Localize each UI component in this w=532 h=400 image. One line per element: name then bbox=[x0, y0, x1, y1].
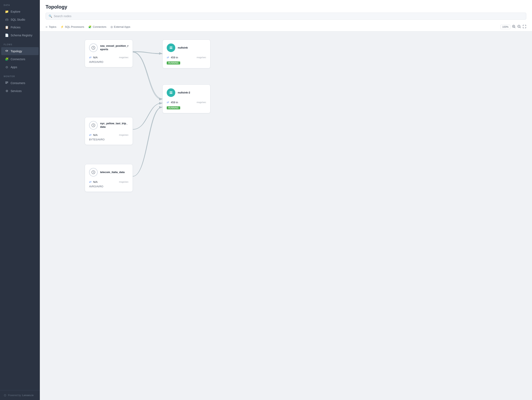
footer-text: Powered by: Lenses.io bbox=[8, 394, 33, 397]
filter-topics[interactable]: ⊂ Topics bbox=[45, 25, 56, 29]
node-telecom-title: telecom_italia_data bbox=[100, 171, 125, 174]
connector-icon-nullsink2 bbox=[167, 88, 175, 97]
sidebar-item-label: Consumers bbox=[11, 81, 25, 85]
svg-rect-9 bbox=[171, 47, 172, 48]
node-telecom-header: telecom_italia_data bbox=[89, 168, 128, 177]
connector-icon-nullsink bbox=[167, 43, 175, 52]
svg-rect-11 bbox=[171, 48, 172, 49]
toolbar: ⊂ Topics ⚡ SQL Processors 🧩 Connectors ◎… bbox=[45, 22, 526, 31]
zoom-out-button[interactable] bbox=[517, 25, 521, 29]
sidebar-item-connectors[interactable]: 🧩 Connectors bbox=[1, 55, 39, 63]
toolbar-zoom-controls: 100% bbox=[500, 25, 526, 29]
node-nullsink-unit: msgs/sec bbox=[197, 56, 206, 59]
sidebar-item-topology[interactable]: Topology bbox=[1, 47, 39, 55]
apps-filter-icon: ◎ bbox=[111, 25, 113, 28]
fullscreen-button[interactable] bbox=[523, 25, 526, 29]
node-nyc-taxi-header: nyc_yellow_taxi_trip_data bbox=[89, 121, 128, 129]
filter-label: SQL Processors bbox=[65, 25, 84, 28]
connectors-icon: 🧩 bbox=[5, 57, 9, 61]
sidebar-item-apps[interactable]: ⊙ Apps bbox=[1, 63, 39, 71]
page-header: Topology 🔍 ⊂ Topics ⚡ SQL Processors 🧩 C… bbox=[40, 0, 532, 31]
sidebar-item-sql-studio[interactable]: 🗃 SQL Studio bbox=[1, 16, 39, 23]
svg-rect-8 bbox=[170, 47, 171, 48]
topic-icon-nyc bbox=[89, 121, 98, 129]
topics-filter-icon: ⊂ bbox=[45, 25, 48, 28]
sidebar-item-label: Explore bbox=[11, 10, 20, 13]
apps-icon: ⊙ bbox=[5, 65, 9, 69]
node-telecom-value: N/A bbox=[93, 180, 98, 184]
sidebar: DATA 📁 Explore 🗃 SQL Studio 📋 Policies 📄… bbox=[0, 0, 40, 400]
transfer-icon: ⇄ bbox=[89, 180, 92, 184]
filter-external-apps[interactable]: ◎ External Apps bbox=[111, 25, 130, 29]
canvas-area[interactable]: sea_vessel_position_reports ⇄ N/A msgs/s… bbox=[40, 31, 532, 400]
topic-icon-sea bbox=[89, 43, 98, 52]
folder-icon: 📁 bbox=[5, 10, 9, 13]
connector-filter-icon: 🧩 bbox=[88, 25, 92, 28]
transfer-icon: ⇄ bbox=[167, 101, 169, 104]
node-telecom-unit: msgs/sec bbox=[119, 181, 128, 183]
node-sea-vessel-schema: AVRO/AVRO bbox=[89, 61, 128, 63]
lenses-icon: ⊙ bbox=[4, 393, 6, 397]
sidebar-footer: ⊙ Powered by: Lenses.io bbox=[0, 390, 40, 400]
node-nyc-taxi-stats: ⇄ N/A msgs/sec bbox=[89, 133, 128, 136]
filter-sql-processors[interactable]: ⚡ SQL Processors bbox=[60, 25, 84, 29]
sidebar-item-label: Connectors bbox=[11, 58, 25, 61]
node-nullsink2-header: nullsink-2 bbox=[167, 88, 206, 97]
transfer-icon: ⇄ bbox=[167, 56, 169, 59]
svg-rect-15 bbox=[171, 93, 172, 94]
node-sea-vessel-title: sea_vessel_position_reports bbox=[100, 44, 128, 51]
sql-icon: 🗃 bbox=[5, 18, 9, 21]
node-nullsink-value: 459 in bbox=[171, 56, 178, 59]
sidebar-item-label: Services bbox=[11, 89, 22, 93]
schema-icon: 📄 bbox=[5, 33, 9, 37]
node-nyc-taxi-value: N/A bbox=[93, 134, 98, 136]
sidebar-item-label: Policies bbox=[11, 26, 20, 29]
status-badge-nullsink2: RUNNING bbox=[167, 106, 180, 109]
node-nyc-taxi-schema: BYTES/AVRO bbox=[89, 138, 128, 141]
filter-label: Connectors bbox=[93, 25, 106, 28]
filter-label: Topics bbox=[49, 25, 56, 28]
zoom-level: 100% bbox=[500, 25, 510, 29]
node-nyc-taxi-unit: msgs/sec bbox=[119, 134, 128, 136]
sidebar-item-label: Topology bbox=[11, 49, 22, 53]
node-sea-vessel-value: N/A bbox=[93, 56, 98, 59]
node-nullsink-header: nullsink bbox=[167, 43, 206, 52]
sidebar-item-explore[interactable]: 📁 Explore bbox=[1, 8, 39, 16]
filter-connectors[interactable]: 🧩 Connectors bbox=[88, 25, 106, 29]
svg-rect-14 bbox=[170, 93, 171, 94]
node-nullsink-title: nullsink bbox=[178, 46, 188, 49]
sidebar-item-consumers[interactable]: Consumers bbox=[1, 79, 39, 87]
svg-rect-1 bbox=[5, 82, 8, 83]
zoom-in-button[interactable] bbox=[512, 25, 516, 29]
search-icon: 🔍 bbox=[49, 14, 52, 18]
sidebar-item-services[interactable]: ⚙ Services bbox=[1, 87, 39, 95]
search-input[interactable] bbox=[54, 14, 523, 18]
node-nyc-taxi-title: nyc_yellow_taxi_trip_data bbox=[100, 122, 128, 129]
node-sea-vessel[interactable]: sea_vessel_position_reports ⇄ N/A msgs/s… bbox=[85, 40, 133, 67]
svg-rect-0 bbox=[5, 82, 8, 82]
node-telecom[interactable]: telecom_italia_data ⇄ N/A msgs/sec AVRO/… bbox=[85, 164, 133, 192]
node-telecom-stats: ⇄ N/A msgs/sec bbox=[89, 180, 128, 184]
page-title: Topology bbox=[45, 4, 526, 10]
filter-label: External Apps bbox=[114, 25, 130, 28]
node-sea-vessel-stats: ⇄ N/A msgs/sec bbox=[89, 56, 128, 59]
sidebar-item-schema-registry[interactable]: 📄 Schema Registry bbox=[1, 31, 39, 39]
node-nullsink2[interactable]: nullsink-2 ⇄ 459 in msgs/sec RUNNING bbox=[162, 85, 210, 113]
node-nullsink2-title: nullsink-2 bbox=[178, 91, 190, 94]
sidebar-item-policies[interactable]: 📋 Policies bbox=[1, 24, 39, 31]
node-nullsink[interactable]: nullsink ⇄ 459 in msgs/sec RUNNING bbox=[162, 40, 210, 68]
transfer-icon: ⇄ bbox=[89, 133, 92, 136]
topology-icon bbox=[5, 49, 9, 53]
node-nullsink2-unit: msgs/sec bbox=[197, 101, 206, 104]
node-nullsink-stats: ⇄ 459 in msgs/sec bbox=[167, 56, 206, 59]
nodes-container: sea_vessel_position_reports ⇄ N/A msgs/s… bbox=[44, 37, 259, 221]
topic-icon-telecom bbox=[89, 168, 98, 177]
consumers-icon bbox=[5, 81, 9, 85]
search-bar[interactable]: 🔍 bbox=[45, 13, 526, 20]
main-content: Topology 🔍 ⊂ Topics ⚡ SQL Processors 🧩 C… bbox=[40, 0, 532, 400]
sidebar-section-monitor: MONITOR bbox=[0, 71, 40, 79]
transfer-icon: ⇄ bbox=[89, 56, 92, 59]
sql-filter-icon: ⚡ bbox=[60, 25, 64, 28]
node-nyc-taxi[interactable]: nyc_yellow_taxi_trip_data ⇄ N/A msgs/sec… bbox=[85, 117, 133, 145]
svg-rect-12 bbox=[170, 92, 171, 92]
